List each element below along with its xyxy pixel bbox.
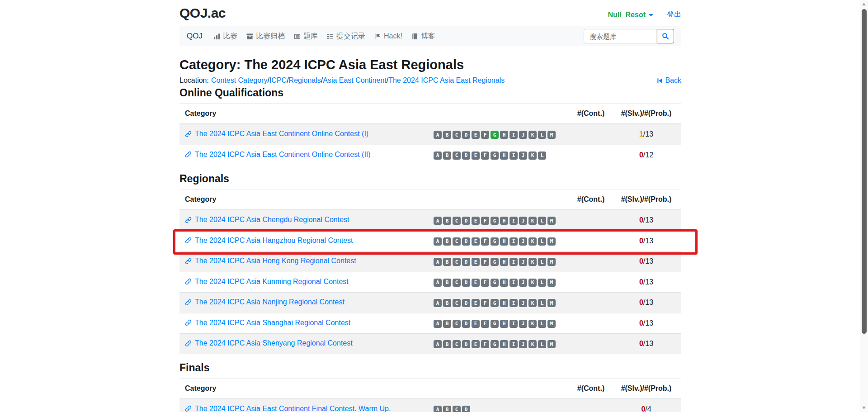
problem-badge[interactable]: A [434,340,442,348]
problem-badge[interactable]: L [538,217,546,225]
problem-badge[interactable]: I [509,279,518,287]
scrollbar-thumb[interactable] [862,9,867,334]
problem-badge[interactable]: C [453,299,461,307]
problem-badge[interactable]: A [434,258,442,266]
nav-item-submissions[interactable]: 提交记录 [322,32,370,41]
problem-badge[interactable]: A [434,299,442,307]
problem-badge[interactable]: G [491,152,499,160]
problem-badge[interactable]: F [481,258,489,266]
problem-badge[interactable]: D [462,131,470,139]
problem-badge[interactable]: D [462,406,470,412]
problem-badge[interactable]: L [538,258,546,266]
problem-badge[interactable]: G [491,340,499,348]
problem-badge[interactable]: F [481,237,489,246]
problem-badge[interactable]: A [434,217,442,225]
search-input[interactable] [584,29,657,43]
problem-badge[interactable]: A [434,320,442,328]
nav-item-contest-archive[interactable]: 比赛归档 [242,32,289,41]
problem-badge[interactable]: G [491,237,499,246]
problem-badge[interactable]: J [519,237,527,246]
problem-badge[interactable]: D [462,217,470,225]
problem-badge[interactable]: M [547,340,556,348]
problem-badge[interactable]: K [528,340,537,348]
problem-badge[interactable]: M [547,320,556,328]
problem-badge[interactable]: M [547,258,556,266]
problem-badge[interactable]: M [547,279,556,287]
problem-badge[interactable]: M [547,131,556,139]
problem-badge[interactable]: H [500,299,508,307]
nav-item-problems[interactable]: 题库 [289,32,322,41]
problem-badge[interactable]: L [538,279,546,287]
problem-badge[interactable]: F [481,217,489,225]
contest-link[interactable]: The 2024 ICPC Asia Nanjing Regional Cont… [185,298,344,306]
problem-badge[interactable]: H [500,237,508,246]
contest-link[interactable]: The 2024 ICPC Asia Chengdu Regional Cont… [185,216,349,224]
problem-badge[interactable]: F [481,279,489,287]
problem-badge[interactable]: K [528,279,537,287]
problem-badge[interactable]: E [472,299,480,307]
problem-badge[interactable]: L [538,320,546,328]
problem-badge[interactable]: G [491,320,499,328]
problem-badge[interactable]: L [538,237,546,246]
contest-link[interactable]: The 2024 ICPC Asia Shanghai Regional Con… [185,319,350,327]
problem-badge[interactable]: I [509,131,518,139]
problem-badge[interactable]: G [491,279,499,287]
problem-badge[interactable]: F [481,131,489,139]
problem-badge[interactable]: L [538,131,546,139]
problem-badge[interactable]: E [472,152,480,160]
logout-link[interactable]: 登出 [667,10,681,19]
problem-badge[interactable]: E [472,258,480,266]
problem-badge[interactable]: E [472,320,480,328]
problem-badge[interactable]: K [528,299,537,307]
back-link[interactable]: Back [656,76,681,85]
problem-badge[interactable]: L [538,299,546,307]
problem-badge[interactable]: B [443,299,451,307]
site-logo[interactable]: QOJ.ac [179,5,226,21]
problem-badge[interactable]: B [443,406,451,412]
problem-badge[interactable]: D [462,237,470,246]
problem-badge[interactable]: C [453,406,461,412]
problem-badge[interactable]: D [462,320,470,328]
contest-link[interactable]: The 2024 ICPC Asia Shenyang Regional Con… [185,339,353,347]
problem-badge[interactable]: I [509,340,518,348]
problem-badge[interactable]: I [509,299,518,307]
contest-link[interactable]: The 2024 ICPC Asia Hangzhou Regional Con… [185,237,353,245]
problem-badge[interactable]: M [547,217,556,225]
problem-badge[interactable]: C [453,320,461,328]
problem-badge[interactable]: J [519,299,527,307]
problem-badge[interactable]: E [472,131,480,139]
problem-badge[interactable]: B [443,131,451,139]
problem-badge[interactable]: M [547,299,556,307]
problem-badge[interactable]: H [500,131,508,139]
problem-badge[interactable]: C [453,279,461,287]
problem-badge[interactable]: B [443,217,451,225]
problem-badge[interactable]: J [519,131,527,139]
problem-badge[interactable]: F [481,320,489,328]
problem-badge[interactable]: E [472,340,480,348]
problem-badge[interactable]: I [509,258,518,266]
problem-badge[interactable]: B [443,258,451,266]
problem-badge[interactable]: D [462,258,470,266]
problem-badge[interactable]: K [528,320,537,328]
problem-badge[interactable]: H [500,258,508,266]
nav-item-blogs[interactable]: 博客 [407,32,440,41]
problem-badge[interactable]: H [500,279,508,287]
problem-badge[interactable]: C [453,340,461,348]
problem-badge[interactable]: E [472,217,480,225]
problem-badge[interactable]: J [519,217,527,225]
problem-badge[interactable]: H [500,152,508,160]
problem-badge[interactable]: C [453,237,461,246]
problem-badge[interactable]: A [434,406,442,412]
problem-badge[interactable]: B [443,340,451,348]
breadcrumb-link[interactable]: Regionals [289,76,321,84]
problem-badge[interactable]: C [453,217,461,225]
user-dropdown[interactable]: Null_Resot [608,11,653,19]
contest-link[interactable]: The 2024 ICPC Asia Hong Kong Regional Co… [185,257,356,265]
problem-badge[interactable]: L [538,340,546,348]
problem-badge[interactable]: K [528,152,537,160]
problem-badge[interactable]: H [500,340,508,348]
problem-badge[interactable]: A [434,131,442,139]
problem-badge[interactable]: B [443,320,451,328]
problem-badge[interactable]: J [519,279,527,287]
scroll-down-arrow[interactable] [862,407,866,409]
